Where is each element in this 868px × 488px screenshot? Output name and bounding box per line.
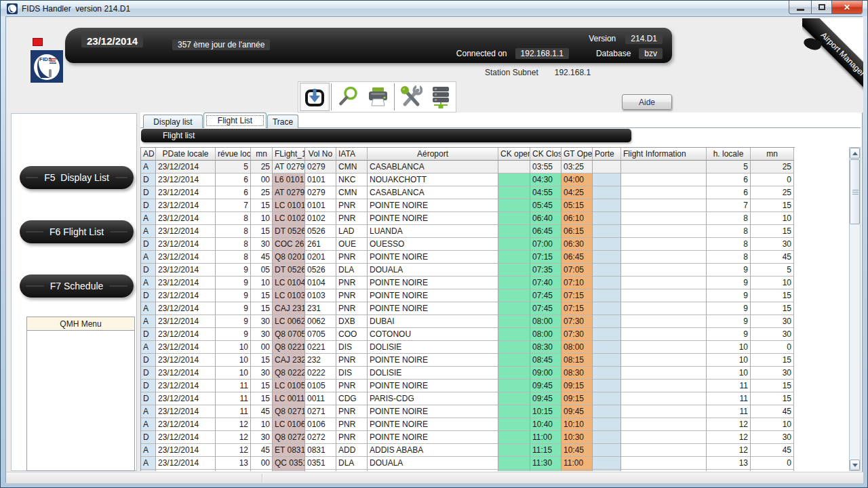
scroll-down-button[interactable]: [850, 460, 860, 470]
titlebar[interactable]: FIDS Handler version 214.D1 ✕: [1, 1, 867, 16]
flight-row-coc-261[interactable]: D23/12/2014830COC 261261OUEOUESSO07:0006…: [141, 238, 795, 251]
cell: [593, 405, 621, 418]
flight-row-lc-0011[interactable]: D23/12/20141115LC 00110011CDGPARIS-CDG09…: [141, 392, 795, 405]
flight-row-q8-0221[interactable]: A23/12/20141000Q8 02210221DISDOLISIE08:3…: [141, 341, 795, 354]
flight-row-et-0831[interactable]: A23/12/20141245ET 08310831ADDADDIS ABABA…: [141, 444, 795, 457]
flight-row-lc-0105[interactable]: D23/12/20141115LC 01050105PNRPOINTE NOIR…: [141, 380, 795, 392]
column-header-pdate-locale[interactable]: PDate locale: [156, 148, 216, 161]
column-header-iata[interactable]: IATA: [336, 148, 368, 161]
close-icon: ✕: [844, 3, 850, 12]
toolbar-print-button[interactable]: [363, 83, 393, 111]
cell: 30: [251, 367, 273, 380]
cell: 7: [216, 199, 251, 212]
column-header-flight-information[interactable]: Flight Information: [621, 148, 707, 161]
cell: ET 0831: [273, 444, 305, 457]
column-header-vol-no[interactable]: Vol No: [305, 148, 336, 161]
cell: POINTE NOIRE: [368, 199, 498, 212]
column-header-r-vue-loc[interactable]: révue loc: [216, 148, 251, 161]
cell: 12: [707, 418, 751, 431]
cell: OUESSO: [368, 238, 498, 251]
flight-row-caj-232[interactable]: D23/12/20141015CAJ 232232PNRPOINTE NOIRE…: [141, 354, 795, 367]
column-header-mn[interactable]: mn: [251, 148, 273, 161]
cell: 11: [707, 392, 751, 405]
tab-flight-list[interactable]: Flight List: [203, 113, 267, 128]
column-header-ad[interactable]: AD: [141, 148, 156, 161]
flight-row-l6-0101[interactable]: D23/12/2014600L6 01010101NKCNOUAKCHOTT04…: [141, 174, 795, 186]
minimize-button[interactable]: [789, 1, 812, 14]
flight-row-q8-0271[interactable]: A23/12/20141145Q8 02710271PNRPOINTE NOIR…: [141, 405, 795, 418]
flight-row-lc-0102[interactable]: A23/12/2014810LC 01020102PNRPOINTE NOIRE…: [141, 212, 795, 225]
table-vertical-scrollbar[interactable]: [849, 147, 861, 471]
cell: [621, 367, 707, 380]
column-header-porte[interactable]: Porte: [593, 148, 621, 161]
tab-display-list[interactable]: Display list: [143, 115, 203, 128]
cell: 30: [751, 431, 794, 444]
f7-schedule-button[interactable]: F7 Schedule: [20, 274, 134, 298]
cell: PARIS-CDG: [368, 392, 498, 405]
cell: 0222: [305, 367, 336, 380]
fids-logo: FIDS: [31, 50, 63, 83]
f6-flight-list-button[interactable]: F6 Flight List: [20, 220, 134, 243]
pill-decor-line: [26, 177, 38, 178]
flight-row-dt-0526[interactable]: D23/12/2014905DT 05260526DLADOUALA07:350…: [141, 264, 795, 277]
cell: DUBAI: [368, 315, 498, 328]
cell: 06:40: [530, 212, 561, 225]
maximize-button[interactable]: [812, 1, 831, 14]
flight-row-qc-0351[interactable]: A23/12/20141300QC 03510351DLADOUALA11:30…: [141, 457, 795, 470]
partial-row: [141, 470, 795, 471]
tab-trace[interactable]: Trace: [267, 115, 298, 128]
cell: A: [141, 225, 156, 238]
cell: 23/12/2014: [156, 431, 216, 444]
flight-row-q8-0272[interactable]: D23/12/20141230Q8 02720272PNRPOINTE NOIR…: [141, 431, 795, 444]
cell: D: [141, 380, 156, 392]
flight-row-lc-0103[interactable]: D23/12/2014915LC 01030103PNRPOINTE NOIRE…: [141, 289, 795, 302]
server-icon: [429, 85, 453, 109]
cell: [156, 470, 216, 471]
cell: POINTE NOIRE: [368, 212, 498, 225]
flight-row-q8-0222[interactable]: D23/12/20141030Q8 02220222DISDOLISIE09:0…: [141, 367, 795, 380]
toolbar-search-button[interactable]: [333, 83, 363, 111]
cell: [621, 470, 707, 471]
cell: [498, 264, 530, 277]
cell: AT 0279: [273, 186, 305, 199]
column-header-mn[interactable]: mn: [751, 148, 794, 161]
column-header-ck-open[interactable]: CK open: [498, 148, 530, 161]
close-button[interactable]: ✕: [831, 1, 863, 14]
cell: 10:10: [561, 418, 593, 431]
column-header-gt-open[interactable]: GT Open: [561, 148, 593, 161]
qmh-menu-list[interactable]: [26, 330, 135, 471]
cell: D: [141, 367, 156, 380]
cell: PNR: [336, 418, 368, 431]
toolbar-tools-button[interactable]: [396, 83, 426, 111]
toolbar-import-button[interactable]: [300, 83, 330, 111]
cell: [498, 354, 530, 367]
column-header-ck-close[interactable]: CK Close: [530, 148, 561, 161]
flight-row-dt-0526[interactable]: A23/12/2014815DT 05260526LADLUANDA06:450…: [141, 225, 795, 238]
cell: [621, 354, 707, 367]
flight-row-q8-0705[interactable]: D23/12/2014930Q8 07050705COOCOTONOU08:00…: [141, 328, 795, 341]
column-header-flight-1[interactable]: FLight_1: [273, 148, 305, 161]
toolbar-server-button[interactable]: [426, 83, 456, 111]
flight-row-at-0279[interactable]: A23/12/2014525AT 02790279CMNCASABLANCA03…: [141, 161, 795, 174]
flight-row-lc-0106[interactable]: A23/12/20141210LC 01060106PNRPOINTE NOIR…: [141, 418, 795, 431]
flight-row-caj-231[interactable]: A23/12/2014915CAJ 231231PNRPOINTE NOIRE0…: [141, 302, 795, 315]
cell: A: [141, 302, 156, 315]
aide-button[interactable]: Aide: [622, 94, 672, 110]
column-header-h-locale[interactable]: h. locale: [707, 148, 751, 161]
f5-display-list-button[interactable]: F5 Display List: [20, 166, 134, 189]
flight-row-lc-0101[interactable]: D23/12/2014715LC 01010101PNRPOINTE NOIRE…: [141, 199, 795, 212]
cell: LC 0104: [273, 277, 305, 289]
pill-decor-line: [26, 231, 43, 232]
cell: 8: [216, 238, 251, 251]
cell: 23/12/2014: [156, 238, 216, 251]
column-header-a-roport[interactable]: Aéroport: [368, 148, 498, 161]
flight-row-lc-0062[interactable]: A23/12/2014930LC 00620062DXBDUBAI08:0007…: [141, 315, 795, 328]
cell: [593, 264, 621, 277]
flight-row-at-0279[interactable]: D23/12/2014625AT 02790279CMNCASABLANCA04…: [141, 186, 795, 199]
cell: [621, 457, 707, 470]
scroll-up-button[interactable]: [850, 148, 860, 159]
flight-row-lc-0104[interactable]: A23/12/2014910LC 01040104PNRPOINTE NOIRE…: [141, 277, 795, 289]
scrollbar-thumb[interactable]: [850, 159, 860, 224]
flight-row-q8-0201[interactable]: A23/12/2014845Q8 02010201PNRPOINTE NOIRE…: [141, 251, 795, 264]
cell: DT 0526: [273, 264, 305, 277]
